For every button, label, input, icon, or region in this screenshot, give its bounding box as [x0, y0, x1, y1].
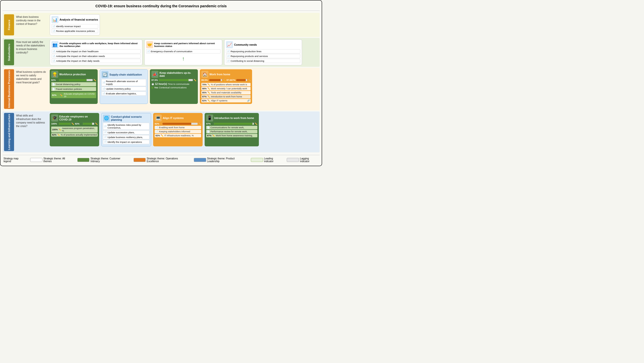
finance-band: Finance What does business continuity me…	[3, 13, 320, 37]
s3-icon-3: 📄	[227, 60, 230, 62]
internal-cards: 👷 Workforce protection 82% ✏️	[50, 69, 252, 104]
intro-wfh-card: 📱 Introduction to work from home 97% ✏️	[205, 113, 259, 146]
wfh-top-progress: 89.5% ✏️ 87.667%	[201, 79, 251, 82]
s3-text-2: Repurposing products and services	[230, 55, 268, 57]
educate-bar-fill-1	[59, 123, 71, 125]
s3-text-3: Contributing to social distancing	[230, 59, 264, 62]
stakeholders-uptodate-icon: 📣	[151, 71, 158, 78]
s1-text-3: Anticipate the impact on their daily nee…	[56, 59, 99, 62]
wfh-card: 🏠 Work from home 89.5%	[200, 69, 252, 104]
supply-icon: 🔄	[101, 71, 108, 78]
educate-bar-2	[83, 123, 94, 125]
intro-wfh-kpi-1: 📄 Communications for remote work,	[206, 126, 257, 129]
supply-item-3: 📄 Evaluate alternative logistics,	[101, 91, 146, 96]
stakeholders-card-3-title: Community needs	[234, 43, 257, 46]
intro-wfh-header: 📱 Introduction to work from home	[206, 114, 257, 122]
align-it-card: 💻 Align IT systems 82% ✏️	[153, 113, 203, 146]
ksu-pct: 87.5%	[151, 79, 158, 81]
w-icon-1: 📄	[52, 83, 55, 86]
wfh-pr-1: 89.5% ✏️	[201, 79, 225, 81]
finance-item-icon-1: 📄	[52, 25, 55, 28]
iw-label-1: Communications for remote work,	[210, 126, 244, 129]
workforce-header: 👷 Workforce protection	[51, 71, 96, 78]
w-text-2: Travel restriction policies	[56, 88, 82, 90]
workforce-bar-1	[59, 79, 93, 81]
w-text-1: Social distancing policy	[56, 83, 80, 86]
educate-pr-2: 82% ✏️	[75, 123, 98, 125]
scenario-icon: 🌐	[103, 115, 110, 122]
workforce-pencil-1: ✏️	[93, 79, 96, 81]
ksu-bar	[159, 79, 193, 81]
wfh-icon-5: ✏️	[207, 99, 210, 102]
legend-customer-label: Strategic theme: Customer Intimacy	[90, 157, 129, 163]
iw-icon-2: 📄	[207, 130, 210, 133]
educate-pr-1: 100% ✏️	[51, 123, 74, 125]
ai-82: 82%	[155, 134, 160, 137]
ksu-pencil: ✏️	[194, 79, 196, 81]
wfh-70: 70%	[202, 83, 207, 86]
educate-pencil-2: ✏️	[95, 123, 98, 125]
supply-title: Supply-chain stabilization	[109, 73, 142, 76]
supply-card: 🔄 Supply-chain stabilization 📄 Research …	[100, 69, 148, 104]
workforce-card: 👷 Workforce protection 82% ✏️	[50, 69, 98, 104]
learning-band: Learning and Infrastructure What skills …	[3, 111, 320, 153]
align-it-kpi-3: 82% ✏️ IT infrastructure readiness, %	[155, 134, 201, 137]
finance-item-text-2: Review applicable insurance policies	[56, 30, 95, 32]
legend-all-themes: Strategic theme: All themes	[30, 157, 73, 163]
finance-card-icon: 📊	[51, 16, 58, 23]
supply-item-2: 📄 Update inventory policy	[101, 87, 146, 91]
ksu-yes: Yes	[154, 86, 158, 89]
sc2-icon-4: 📄	[104, 141, 107, 143]
stakeholders-card-3-icon: 📈	[226, 41, 233, 48]
wfh-kpi-2: 98% ✏️ Work remotely / can potentially w…	[201, 87, 251, 90]
educate-kpi-2: 82% ✏️ % of practices actually implement…	[51, 133, 98, 137]
finance-item-text-1: Identify revenue impact	[56, 25, 81, 28]
intro-wfh-kpi-3: 97% ✏️ Work from home awareness training…	[206, 134, 257, 137]
stakeholders-card-2-icon: 🤝	[146, 41, 153, 48]
scenario-item-4: 📄 Identify the impact on operations	[103, 140, 149, 144]
align-it-kpi-1: 📄 Enabling work from home	[155, 126, 201, 129]
educate-bar-fill-2	[83, 123, 92, 125]
ksu-dot	[151, 87, 153, 89]
intro-wfh-kpi-2: 📄 Performance review for remote work,	[206, 130, 257, 133]
legend-customer: Strategic theme: Customer Intimacy	[77, 157, 130, 163]
stakeholders-card-1-header: 👥 Provide employees with a safe workplac…	[51, 41, 141, 48]
learning-question: What skills and infrastructure does the …	[15, 113, 48, 129]
intro-wfh-title: Introduction to work from home	[214, 116, 254, 119]
legend-box-operations	[134, 158, 146, 162]
wfh-kpi-3: 95% ✏️ Tools and materials availability	[201, 91, 251, 94]
wfh-kpi-1: 70% ✏️ % of positions where remote work …	[201, 83, 251, 86]
legend-title: Strategy map legend	[4, 157, 26, 163]
sc2-text-2: Update succession plans,	[107, 131, 135, 134]
stakeholders-card-1-title: Provide employees with a safe workplace,…	[60, 42, 141, 47]
align-it-pencil: ✏️	[198, 123, 201, 125]
ksu-clock-icon: ⏱️	[151, 83, 154, 85]
educate-bar-1	[59, 123, 71, 125]
intro-wfh-pencil: ✏️	[255, 123, 257, 125]
legend-box-leading	[251, 158, 263, 162]
wfh-label-5: Align IT systems	[211, 99, 227, 102]
workforce-pct-1: 82%	[51, 79, 58, 81]
sc2-text-3: Update business resiliency plans,	[107, 136, 143, 139]
finance-item-2: 📄 Review applicable insurance policies	[51, 29, 98, 33]
legend-operations: Strategic theme: Operations Excellence	[134, 157, 190, 163]
workforce-pct-2: 82%	[52, 94, 59, 96]
educate-pct-2: 82%	[75, 123, 82, 125]
wfh-icon-3: ✏️	[207, 91, 210, 94]
wfh-icon-4: ✏️	[207, 95, 210, 98]
stakeholders-card-1-item-1: 📄 Anticipate the impact on their healthc…	[51, 49, 141, 53]
stakeholders-card-2: 🤝 Keep customers and partners informed a…	[144, 39, 222, 65]
educate-header: 🎓 Educate employees on COVID-19	[51, 114, 98, 122]
s3-text-1: Repurposing production lines	[230, 50, 261, 53]
iw-pencil: ✏️	[212, 134, 215, 137]
wfh-label-1: % of positions where remote work is	[211, 83, 247, 86]
s1-text-2: Anticipate the impact on their education…	[56, 55, 105, 57]
content-area: Finance What does business continuity me…	[3, 13, 320, 164]
educate-82: 82%	[52, 134, 56, 136]
wfh-title: Work from home	[209, 73, 230, 76]
align-it-pct: 82%	[155, 123, 162, 125]
educate-icon-1: ✏️	[58, 128, 61, 131]
internal-band: Internal Business Processes What busines…	[3, 68, 320, 110]
finance-question: What does business continuity mean in th…	[15, 14, 48, 27]
w-icon-2: 📄	[52, 88, 55, 90]
